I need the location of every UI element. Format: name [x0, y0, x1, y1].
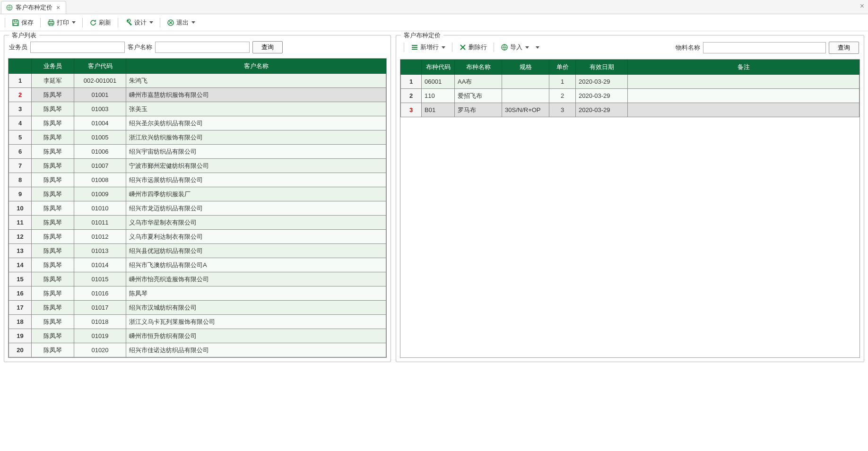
- separator: [118, 18, 118, 27]
- col-spec: 规格: [502, 60, 549, 75]
- cell-sales: 陈凤琴: [32, 88, 74, 102]
- cell-sales: 陈凤琴: [32, 286, 74, 301]
- table-row[interactable]: 1李延军002-001001朱鸿飞: [9, 74, 386, 88]
- cell-date: 2020-03-29: [576, 75, 628, 89]
- chevron-down-icon[interactable]: [536, 46, 539, 49]
- cell-name: 朱鸿飞: [126, 74, 386, 88]
- save-icon: [12, 19, 19, 26]
- cell-sales: 陈凤琴: [32, 315, 74, 329]
- row-number: 17: [9, 301, 32, 315]
- cell-sales: 陈凤琴: [32, 343, 74, 357]
- cell-fcode: 110: [422, 89, 455, 103]
- list-icon: [411, 43, 418, 51]
- cell-sales: 陈凤琴: [32, 216, 74, 230]
- customer-scroll[interactable]: 业务员 客户代码 客户名称 1李延军002-001001朱鸿飞2陈凤琴01001…: [9, 59, 386, 357]
- row-number: 10: [9, 201, 32, 216]
- table-row[interactable]: 8陈凤琴01008绍兴市远展纺织品有限公司: [9, 173, 386, 187]
- row-number: 14: [9, 258, 32, 272]
- table-row[interactable]: 20陈凤琴01020绍兴市佳诺达纺织品有限公司: [9, 343, 386, 357]
- cell-sales: 陈凤琴: [32, 301, 74, 315]
- chevron-down-icon: [442, 46, 445, 49]
- custname-label: 客户名称: [128, 43, 152, 52]
- svg-rect-5: [49, 24, 53, 26]
- table-row[interactable]: 12陈凤琴01012义乌市夏利达制衣有限公司: [9, 230, 386, 244]
- table-row[interactable]: 14陈凤琴01014绍兴市飞澳纺织品有限公司A: [9, 258, 386, 272]
- separator: [40, 18, 41, 27]
- exit-button[interactable]: 退出: [164, 17, 198, 28]
- cell-sales: 陈凤琴: [32, 201, 74, 216]
- svg-rect-9: [412, 49, 417, 50]
- import-label: 导入: [510, 43, 522, 52]
- query-button[interactable]: 查询: [252, 41, 283, 53]
- row-number: 6: [9, 145, 32, 159]
- table-row[interactable]: 3B01罗马布30S/N/R+OP32020-03-29: [401, 103, 859, 117]
- cell-code: 01013: [74, 244, 126, 258]
- separator: [82, 18, 83, 27]
- chevron-down-icon: [72, 21, 76, 24]
- table-row[interactable]: 10陈凤琴01010绍兴市龙迈纺织品有限公司: [9, 201, 386, 216]
- sales-input[interactable]: [30, 42, 125, 53]
- table-row[interactable]: 18陈凤琴01018浙江义乌卡瓦列莱服饰有限公司: [9, 315, 386, 329]
- cell-sales: 陈凤琴: [32, 116, 74, 130]
- import-button[interactable]: 导入: [498, 42, 532, 52]
- cell-code: 01006: [74, 145, 126, 159]
- query-button[interactable]: 查询: [829, 42, 859, 54]
- panel-title: 客户列表: [9, 31, 39, 40]
- material-input[interactable]: [703, 42, 826, 53]
- table-row[interactable]: 106001AA布12020-03-29: [401, 75, 859, 89]
- cell-date: 2020-03-29: [576, 89, 628, 103]
- row-number: 11: [9, 216, 32, 230]
- close-all-icon[interactable]: ×: [860, 2, 864, 10]
- panel-title: 客户布种定价: [401, 31, 443, 40]
- table-row[interactable]: 19陈凤琴01019嵊州市恒升纺织有限公司: [9, 329, 386, 343]
- table-row[interactable]: 15陈凤琴01015嵊州市怡亮织造服饰有限公司: [9, 272, 386, 286]
- row-number: 5: [9, 130, 32, 145]
- table-row[interactable]: 6陈凤琴01006绍兴宇宙纺织品有限公司: [9, 145, 386, 159]
- table-row[interactable]: 4陈凤琴01004绍兴圣尔美纺织品有限公司: [9, 116, 386, 130]
- print-button[interactable]: 打印: [44, 17, 78, 28]
- cell-spec: 30S/N/R+OP: [502, 103, 549, 117]
- material-filter: 物料名称 查询: [676, 42, 859, 54]
- table-row[interactable]: 17陈凤琴01017绍兴市汉城纺织有限公司: [9, 301, 386, 315]
- tab-active[interactable]: 客户布种定价 ×: [1, 1, 66, 14]
- col-rownum: [401, 60, 422, 75]
- delete-row-button[interactable]: 删除行: [456, 42, 490, 52]
- cell-name: 绍兴县优冠纺织品有限公司: [126, 244, 386, 258]
- table-row[interactable]: 11陈凤琴01011义乌市华星制衣有限公司: [9, 216, 386, 230]
- customer-grid-wrap: 业务员 客户代码 客户名称 1李延军002-001001朱鸿飞2陈凤琴01001…: [8, 58, 387, 358]
- table-row[interactable]: 3陈凤琴01003张美玉: [9, 102, 386, 116]
- delete-row-label: 删除行: [469, 43, 487, 52]
- cell-code: 01018: [74, 315, 126, 329]
- col-sales: 业务员: [32, 59, 74, 74]
- col-rownum: [9, 59, 32, 74]
- table-row[interactable]: 13陈凤琴01013绍兴县优冠纺织品有限公司: [9, 244, 386, 258]
- table-row[interactable]: 16陈凤琴01016陈凤琴: [9, 286, 386, 301]
- table-row[interactable]: 7陈凤琴01007宁波市鄞州宏健纺织有限公司: [9, 159, 386, 173]
- row-number: 19: [9, 329, 32, 343]
- cell-fname: 爱招飞布: [455, 89, 502, 103]
- close-icon[interactable]: ×: [55, 4, 61, 11]
- cell-name: 张美玉: [126, 102, 386, 116]
- row-number: 1: [9, 74, 32, 88]
- table-row[interactable]: 5陈凤琴01005浙江欣兴纺织服饰有限公司: [9, 130, 386, 145]
- cell-remark: [628, 89, 859, 103]
- cell-name: 绍兴市龙迈纺织品有限公司: [126, 201, 386, 216]
- cell-name: 嵊州市怡亮织造服饰有限公司: [126, 272, 386, 286]
- row-number: 7: [9, 159, 32, 173]
- table-row[interactable]: 2110爱招飞布22020-03-29: [401, 89, 859, 103]
- add-row-button[interactable]: 新增行: [408, 42, 448, 52]
- cell-code: 01008: [74, 173, 126, 187]
- design-button[interactable]: 设计: [122, 17, 156, 28]
- save-button[interactable]: 保存: [9, 17, 36, 28]
- table-row[interactable]: 9陈凤琴01009嵊州市四季纺织服装厂: [9, 187, 386, 201]
- cell-code: 01019: [74, 329, 126, 343]
- custname-input[interactable]: [155, 42, 250, 53]
- add-row-label: 新增行: [420, 43, 439, 52]
- cell-code: 01009: [74, 187, 126, 201]
- row-number: 18: [9, 315, 32, 329]
- refresh-button[interactable]: 刷新: [87, 17, 114, 28]
- cell-code: 01014: [74, 258, 126, 272]
- row-number: 20: [9, 343, 32, 357]
- cell-name: 浙江欣兴纺织服饰有限公司: [126, 130, 386, 145]
- table-row[interactable]: 2陈凤琴01001嵊州市嘉慧纺织服饰有限公司: [9, 88, 386, 102]
